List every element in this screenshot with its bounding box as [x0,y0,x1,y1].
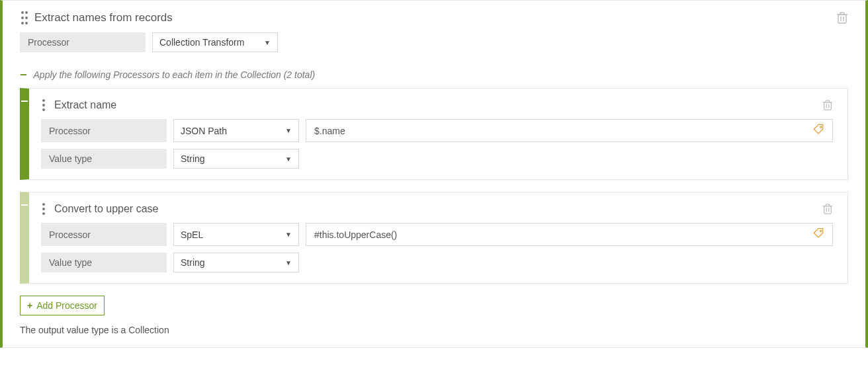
caret-down-icon: ▼ [264,39,271,46]
plus-icon: + [27,300,32,311]
minus-icon [21,204,28,206]
expression-value: #this.toUpperCase() [314,229,397,240]
expression-input[interactable]: $.name [306,119,833,142]
delete-icon[interactable] [836,11,848,24]
valuetype-select[interactable]: String ▼ [173,149,299,169]
processor-select[interactable]: JSON Path ▼ [173,119,299,142]
card-accent-strip [20,89,29,179]
processor-select-value: JSON Path [181,126,227,136]
collapse-toggle-icon[interactable]: − [20,71,27,78]
outer-card-title: Extract names from records [34,11,173,24]
inner-processor-card: Convert to upper case Processor SpEL ▼ #… [20,192,848,284]
caret-down-icon: ▼ [285,231,292,238]
drag-handle-icon[interactable] [20,10,25,26]
outer-processor-card: Extract names from records Processor Col… [0,0,868,348]
section-description: Apply the following Processors to each i… [34,69,316,80]
tag-icon[interactable] [812,228,824,241]
processor-select-value: Collection Transform [159,37,244,48]
processor-label: Processor [41,223,167,246]
card-accent-strip [20,192,29,283]
svg-rect-1 [824,103,832,110]
valuetype-select-value: String [181,153,205,164]
delete-icon[interactable] [822,203,833,215]
svg-point-4 [820,230,822,231]
add-processor-label: Add Processor [36,300,97,311]
add-processor-button[interactable]: + Add Processor [20,296,105,315]
output-value-note: The output value type is a Collection [20,325,848,335]
svg-rect-3 [824,206,832,214]
expression-input[interactable]: #this.toUpperCase() [306,223,833,246]
valuetype-label: Value type [41,149,167,169]
minus-icon [21,101,28,102]
inner-card-title: Convert to upper case [54,203,158,215]
valuetype-label: Value type [41,253,167,272]
valuetype-select[interactable]: String ▼ [173,253,299,272]
tag-icon[interactable] [812,124,824,138]
caret-down-icon: ▼ [285,155,292,163]
caret-down-icon: ▼ [285,127,292,134]
processor-label: Processor [20,32,146,52]
inner-card-title: Extract name [54,99,116,111]
svg-rect-0 [838,15,846,23]
svg-point-2 [820,126,822,128]
drag-handle-icon[interactable] [41,98,46,112]
inner-processor-card: Extract name Processor JSON Path ▼ $.nam… [20,88,848,180]
drag-handle-icon[interactable] [41,202,46,216]
delete-icon[interactable] [822,99,833,111]
processor-select[interactable]: SpEL ▼ [173,223,299,246]
processor-select[interactable]: Collection Transform ▼ [152,32,278,52]
caret-down-icon: ▼ [285,259,292,267]
processor-select-value: SpEL [181,229,203,240]
processor-label: Processor [41,119,167,142]
expression-value: $.name [314,126,345,136]
valuetype-select-value: String [181,257,205,268]
